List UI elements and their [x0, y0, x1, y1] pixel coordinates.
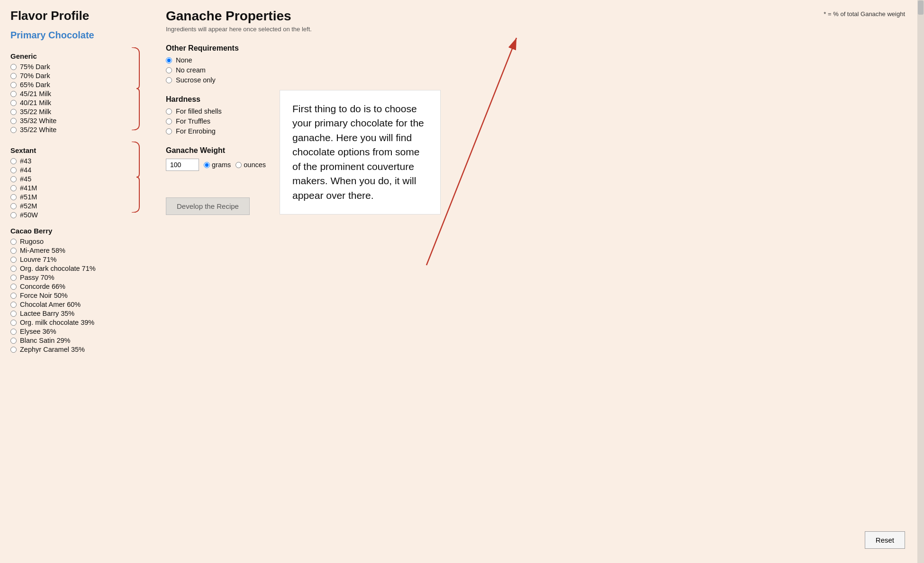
list-item[interactable]: #44: [10, 166, 130, 174]
scrollbar-track[interactable]: [917, 0, 924, 563]
list-item[interactable]: Zephyr Caramel 35%: [10, 346, 141, 353]
ingredients-hint: Ingredients will appear here once select…: [166, 26, 910, 33]
hardness-group: For filled shells For Truffles For Enrob…: [166, 107, 910, 135]
hardness-truffles-radio[interactable]: [166, 118, 172, 125]
hardness-enrobing-radio[interactable]: [166, 128, 172, 134]
tooltip-text: First thing to do is to choose your prim…: [292, 103, 424, 201]
list-item[interactable]: #52M: [10, 202, 130, 210]
req-sucrose-option[interactable]: Sucrose only: [166, 76, 910, 84]
list-item[interactable]: #51M: [10, 193, 130, 201]
list-item[interactable]: #45: [10, 175, 130, 183]
sidebar: Flavor Profile Primary Chocolate Generic…: [0, 0, 147, 563]
list-item[interactable]: Mi-Amere 58%: [10, 247, 141, 254]
weight-input[interactable]: [166, 159, 199, 171]
radio-65dark[interactable]: [10, 82, 17, 88]
list-item[interactable]: #50W: [10, 211, 130, 219]
radio-3522white[interactable]: [10, 127, 17, 133]
sextant-section-label: Sextant: [10, 146, 130, 154]
radio-org-dark[interactable]: [10, 266, 17, 272]
ganache-weight-header: Ganache Weight: [166, 146, 910, 155]
radio-chocolat-amer[interactable]: [10, 302, 17, 308]
list-item[interactable]: #43: [10, 157, 130, 165]
list-item[interactable]: 65% Dark: [10, 81, 130, 89]
radio-blanc-satin[interactable]: [10, 338, 17, 344]
radio-lactee[interactable]: [10, 311, 17, 317]
right-panel: Ganache Properties Ingredients will appe…: [147, 0, 924, 563]
req-nocream-option[interactable]: No cream: [166, 66, 910, 74]
radio-51m[interactable]: [10, 194, 17, 200]
tooltip-box: First thing to do is to choose your prim…: [280, 90, 441, 214]
grams-option[interactable]: grams: [204, 161, 231, 169]
hardness-truffles-option[interactable]: For Truffles: [166, 117, 910, 125]
list-item[interactable]: 35/22 Milk: [10, 108, 130, 116]
req-nocream-radio[interactable]: [166, 67, 172, 73]
list-item[interactable]: #41M: [10, 184, 130, 192]
hardness-enrobing-option[interactable]: For Enrobing: [166, 127, 910, 135]
radio-rugoso[interactable]: [10, 239, 17, 245]
develop-button-container: Develop the Recipe: [166, 184, 910, 215]
radio-41m[interactable]: [10, 185, 17, 191]
radio-3532white[interactable]: [10, 118, 17, 124]
sextant-section: Sextant #43 #44 #45 #41M #51M #52M #50W: [10, 142, 141, 220]
hardness-header: Hardness: [166, 95, 910, 104]
radio-concorde[interactable]: [10, 284, 17, 290]
primary-chocolate-label: Primary Chocolate: [10, 30, 141, 41]
radio-44[interactable]: [10, 167, 17, 173]
grams-radio[interactable]: [204, 162, 210, 168]
radio-zephyr[interactable]: [10, 347, 17, 353]
radio-passy[interactable]: [10, 275, 17, 281]
sidebar-title: Flavor Profile: [10, 9, 141, 23]
list-item[interactable]: Louvre 71%: [10, 256, 141, 263]
list-item[interactable]: 45/21 Milk: [10, 90, 130, 98]
weight-note: * = % of total Ganache weight: [824, 10, 905, 18]
radio-4521milk[interactable]: [10, 91, 17, 97]
ounces-option[interactable]: ounces: [236, 161, 266, 169]
radio-75dark[interactable]: [10, 64, 17, 70]
radio-force-noir[interactable]: [10, 293, 17, 299]
scrollbar-thumb[interactable]: [918, 0, 924, 15]
list-item[interactable]: Force Noir 50%: [10, 292, 141, 299]
list-item[interactable]: 40/21 Milk: [10, 99, 130, 107]
hardness-shells-radio[interactable]: [166, 108, 172, 115]
radio-45[interactable]: [10, 176, 17, 182]
develop-recipe-button[interactable]: Develop the Recipe: [166, 197, 250, 215]
other-requirements-group: None No cream Sucrose only: [166, 56, 910, 84]
other-requirements-header: Other Requirements: [166, 44, 910, 53]
list-item[interactable]: Concorde 66%: [10, 283, 141, 290]
list-item[interactable]: 75% Dark: [10, 63, 130, 71]
reset-button[interactable]: Reset: [865, 531, 905, 549]
radio-43[interactable]: [10, 158, 17, 164]
radio-elysee[interactable]: [10, 329, 17, 335]
list-item[interactable]: Chocolat Amer 60%: [10, 301, 141, 308]
hardness-shells-option[interactable]: For filled shells: [166, 107, 910, 115]
list-item[interactable]: Blanc Satin 29%: [10, 337, 141, 344]
list-item[interactable]: 35/22 White: [10, 126, 130, 134]
radio-4021milk[interactable]: [10, 100, 17, 106]
req-none-radio[interactable]: [166, 57, 172, 63]
radio-miamere[interactable]: [10, 248, 17, 254]
radio-70dark[interactable]: [10, 73, 17, 79]
radio-52m[interactable]: [10, 203, 17, 209]
generic-brace: [130, 47, 141, 135]
radio-3522milk[interactable]: [10, 109, 17, 115]
ganache-properties-title: Ganache Properties: [166, 9, 910, 24]
ounces-radio[interactable]: [236, 162, 242, 168]
list-item[interactable]: Passy 70%: [10, 274, 141, 281]
list-item[interactable]: 70% Dark: [10, 72, 130, 80]
generic-section-label: Generic: [10, 52, 130, 60]
req-none-option[interactable]: None: [166, 56, 910, 64]
sextant-brace: [130, 142, 141, 220]
list-item[interactable]: Org. dark chocolate 71%: [10, 265, 141, 272]
list-item[interactable]: Rugoso: [10, 238, 141, 245]
list-item[interactable]: Elysee 36%: [10, 328, 141, 335]
generic-section: Generic 75% Dark 70% Dark 65% Dark 45/21…: [10, 47, 141, 135]
radio-50w[interactable]: [10, 212, 17, 218]
ganache-weight-row: grams ounces: [166, 159, 910, 171]
list-item[interactable]: 35/32 White: [10, 117, 130, 125]
radio-org-milk[interactable]: [10, 320, 17, 326]
list-item[interactable]: Lactee Barry 35%: [10, 310, 141, 317]
list-item[interactable]: Org. milk chocolate 39%: [10, 319, 141, 326]
req-sucrose-radio[interactable]: [166, 77, 172, 83]
cacao-berry-section-label: Cacao Berry: [10, 227, 141, 235]
radio-louvre[interactable]: [10, 257, 17, 263]
